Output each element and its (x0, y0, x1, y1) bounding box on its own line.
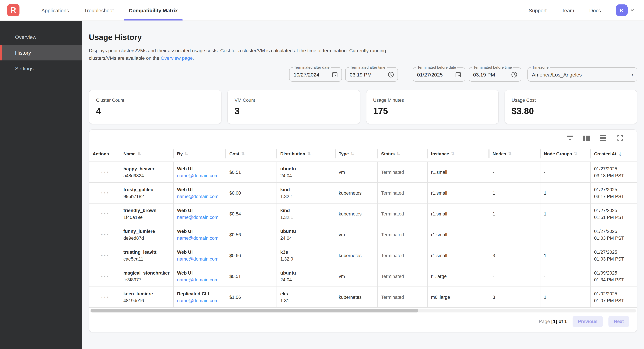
sort-icon[interactable]: ⇅ (184, 151, 188, 156)
cell-node-groups: 1 (540, 287, 591, 307)
sort-icon[interactable]: ⇅ (396, 151, 400, 156)
sort-icon[interactable]: ⇅ (451, 151, 455, 156)
column-header-instance[interactable]: Instance⇅ (428, 146, 489, 162)
column-header-nodes[interactable]: Nodes⇅ (489, 146, 540, 162)
filter-icon[interactable] (566, 134, 574, 142)
cell-line2: 1.32.1 (280, 215, 333, 220)
email-link[interactable]: name@domain.com (177, 277, 224, 282)
row-actions-button[interactable]: ••• (101, 170, 110, 174)
column-header-cost[interactable]: Cost⇅ (226, 146, 277, 162)
column-header-status[interactable]: Status⇅ (378, 146, 428, 162)
terminated-after-time-field[interactable]: Terminated after time 03:19 PM (345, 67, 398, 82)
email-link[interactable]: name@domain.com (177, 215, 224, 220)
column-menu-icon[interactable] (421, 152, 425, 155)
column-header-name[interactable]: Name⇅ (120, 146, 174, 162)
cell-status: Terminated (378, 162, 428, 182)
grid-body: •••happy_beavera48d9324Web UIname@domain… (89, 162, 637, 308)
chevron-down-icon[interactable] (630, 7, 635, 13)
sort-icon[interactable]: ⇅ (574, 151, 578, 156)
sort-icon[interactable]: ⇅ (137, 151, 141, 156)
cell-actions: ••• (89, 162, 120, 182)
column-menu-icon[interactable] (329, 152, 333, 155)
column-separator[interactable] (540, 149, 541, 158)
column-header-created-at[interactable]: Created At↓ (591, 146, 637, 162)
row-actions-button[interactable]: ••• (101, 253, 110, 258)
tab-applications[interactable]: Applications (34, 0, 76, 20)
email-link[interactable]: name@domain.com (177, 194, 224, 199)
column-menu-icon[interactable] (270, 152, 274, 155)
column-separator[interactable] (335, 149, 336, 158)
tab-troubleshoot[interactable]: Troubleshoot (76, 0, 121, 20)
column-separator[interactable] (377, 149, 378, 158)
column-separator[interactable] (173, 149, 174, 158)
table-row: •••frosty_galileo995b7182Web UIname@doma… (89, 183, 637, 204)
column-menu-icon[interactable] (220, 152, 224, 155)
clock-icon[interactable] (388, 71, 394, 78)
sort-icon[interactable]: ⇅ (241, 151, 245, 156)
column-header-distribution[interactable]: Distribution⇅ (277, 146, 335, 162)
terminated-after-date-field[interactable]: Terminated after date 10/27/2024 (289, 67, 342, 82)
stat-value: 175 (373, 106, 492, 116)
terminated-before-time-field[interactable]: Terminated before time 03:19 PM (469, 67, 521, 82)
fullscreen-icon[interactable] (616, 134, 624, 142)
dropdown-caret-icon: ▾ (631, 72, 634, 77)
user-menu[interactable]: K (616, 4, 635, 16)
columns-icon[interactable] (583, 134, 590, 142)
calendar-icon[interactable] (332, 71, 338, 78)
sort-icon[interactable]: ⇅ (307, 151, 311, 156)
column-header-node-groups[interactable]: Node Groups⇅ (540, 146, 591, 162)
column-separator[interactable] (276, 149, 277, 158)
avatar[interactable]: K (616, 4, 628, 16)
email-link[interactable]: name@domain.com (177, 173, 224, 178)
email-link[interactable]: name@domain.com (177, 235, 224, 241)
scrollbar-thumb[interactable] (90, 309, 418, 313)
column-menu-icon[interactable] (534, 152, 538, 155)
column-separator[interactable] (225, 149, 226, 158)
cell-value: - (492, 274, 538, 279)
sidebar-item-history[interactable]: History (0, 45, 82, 60)
clock-icon[interactable] (511, 71, 518, 78)
density-icon[interactable] (600, 134, 607, 142)
calendar-icon[interactable] (455, 71, 462, 78)
column-separator[interactable] (427, 149, 428, 158)
row-actions-button[interactable]: ••• (101, 274, 110, 279)
row-actions-button[interactable]: ••• (101, 212, 110, 216)
cell-created-date: 01/27/202501:51 PM PST (591, 204, 637, 224)
timezone-select[interactable]: Timezone America/Los_Angeles ▾ (528, 67, 637, 82)
column-menu-icon[interactable] (584, 152, 588, 155)
field-value: 03:19 PM (350, 71, 372, 77)
field-value: America/Los_Angeles (532, 71, 582, 77)
row-actions-button[interactable]: ••• (101, 191, 110, 195)
sort-icon[interactable]: ⇅ (508, 151, 512, 156)
tab-compatibility-matrix[interactable]: Compatibility Matrix (121, 0, 186, 20)
sidebar-item-settings[interactable]: Settings (0, 60, 82, 76)
row-actions-button[interactable]: ••• (101, 295, 110, 299)
horizontal-scrollbar[interactable] (90, 309, 636, 313)
cell-cost: $0.51 (226, 162, 277, 182)
overview-page-link[interactable]: Overview page (161, 55, 192, 61)
date-range-separator: — (401, 71, 409, 77)
column-separator[interactable] (590, 149, 591, 158)
table-row: •••friendly_brown1f40a19eWeb UIname@doma… (89, 204, 637, 224)
column-menu-icon[interactable] (371, 152, 375, 155)
email-link[interactable]: name@domain.com (177, 256, 224, 261)
cell-distribution: kind1.32.1 (277, 183, 335, 203)
replicated-logo[interactable]: R (7, 4, 20, 16)
next-page-button[interactable]: Next (608, 316, 629, 327)
cell-value: - (492, 232, 538, 237)
column-menu-icon[interactable] (483, 152, 487, 155)
sidebar-item-overview[interactable]: Overview (0, 29, 82, 45)
nav-link-team[interactable]: Team (562, 7, 574, 13)
sort-icon[interactable]: ⇅ (350, 151, 354, 156)
column-separator[interactable] (488, 149, 490, 158)
row-actions-button[interactable]: ••• (101, 232, 110, 237)
nav-link-docs[interactable]: Docs (589, 7, 601, 13)
email-link[interactable]: name@domain.com (177, 298, 224, 303)
column-header-by[interactable]: By⇅ (174, 146, 226, 162)
cell-nodes: 1 (489, 183, 540, 203)
column-header-type[interactable]: Type⇅ (335, 146, 378, 162)
nav-link-support[interactable]: Support (529, 7, 546, 13)
sort-desc-icon[interactable]: ↓ (618, 151, 622, 157)
previous-page-button[interactable]: Previous (572, 316, 603, 327)
terminated-before-date-field[interactable]: Terminated before date 01/27/2025 (412, 67, 465, 82)
